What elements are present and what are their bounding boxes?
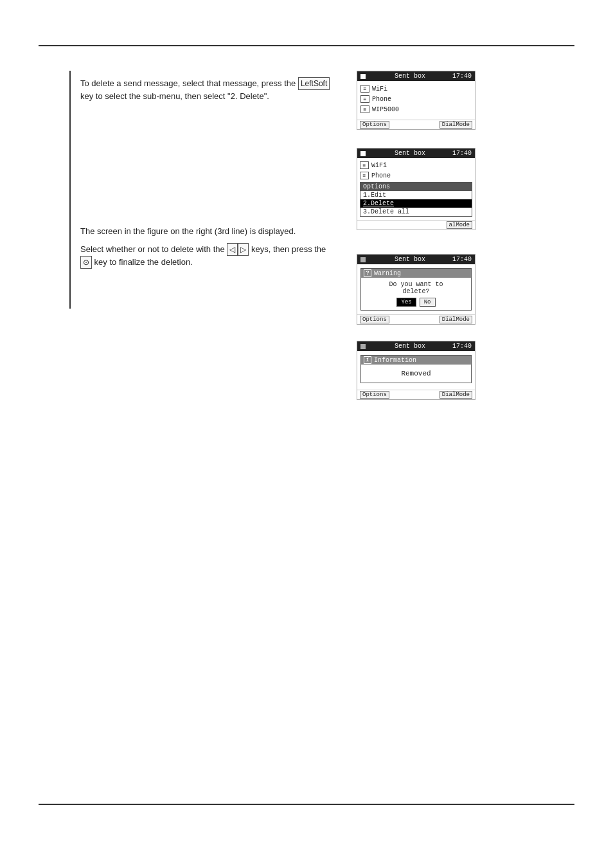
warning-box: ? Warning Do you want to delete? Yes No [360,268,472,311]
dropdown-item-edit[interactable]: 1.Edit [360,191,472,199]
screen4-dialmode-btn[interactable]: DialMode [440,391,472,399]
instruction-text-1: To delete a send message, select that me… [80,78,330,101]
top-horizontal-rule [39,45,574,46]
left-arrow-key: ◁ [227,243,238,256]
screen1-time: 17:40 [452,73,472,80]
s2-wifi-icon: ≡ [360,161,369,169]
screen2-body: ≡ WiFi ≡ Phone Options 1.Edit 2.Delete 3… [357,158,475,220]
screen3-header: Sent box 17:40 [357,255,475,264]
screen3-options-btn[interactable]: Options [360,316,389,323]
screen4-title: Sent box [395,343,425,350]
screen1-title: Sent box [395,73,425,80]
screen-2: Sent box 17:40 ≡ WiFi ≡ Phone Options 1.… [357,148,475,230]
warning-header: ? Warning [361,269,471,278]
ok-key: ⊙ [80,256,92,269]
instruction-text-3: Select whether or not to delete with the… [80,243,337,269]
screen1-item-phone: ≡ Phone [360,94,472,104]
screen-1: Sent box 17:40 ≡ WiFi ≡ Phone ≡ WIP5000 … [357,71,475,130]
dropdown-header: Options [360,183,472,191]
yes-no-row: Yes No [364,298,468,307]
screen2-item-phone: ≡ Phone [360,170,472,181]
screen1-options-btn[interactable]: Options [360,121,389,129]
info-title: Information [374,357,416,364]
info-header: i Information [361,356,471,365]
screen4-options-btn[interactable]: Options [360,391,389,399]
screen2-time: 17:40 [452,150,472,157]
screen2-dialmode-btn[interactable]: alMode [447,221,472,229]
screen4-body: i Information Removed [357,351,475,390]
screen3-dialmode-btn[interactable]: DialMode [440,316,472,323]
screen1-footer: Options DialMode [357,120,475,129]
warning-question-icon: ? [364,269,371,277]
screen2-dot [360,151,366,156]
no-button[interactable]: No [420,298,436,307]
screen2-dropdown: Options 1.Edit 2.Delete 3.Delete all [360,182,472,217]
screen3-footer: Options DialMode [357,314,475,324]
phone-icon: ≡ [360,95,369,103]
screen1-item-wip5000: ≡ WIP5000 [360,104,472,114]
warning-title: Warning [374,270,401,277]
warning-body: Do you want to delete? Yes No [361,278,471,310]
instruction-block-1: To delete a send message, select that me… [80,77,331,103]
s2-phone-icon: ≡ [360,172,369,179]
screen2-footer: alMode [357,220,475,230]
screen3-title: Sent box [395,256,425,263]
instruction-text-2: The screen in the figure on the right (3… [80,225,337,238]
dropdown-item-delete[interactable]: 2.Delete [360,199,472,208]
dropdown-item-delete-all[interactable]: 3.Delete all [360,208,472,216]
screen3-time: 17:40 [452,256,472,263]
screen-4: Sent box 17:40 i Information Removed Opt… [357,341,475,400]
screen3-body: ? Warning Do you want to delete? Yes No [357,264,475,314]
screen4-dot [360,344,366,349]
screen3-dot [360,257,366,262]
wip5000-icon: ≡ [360,105,369,113]
wifi-icon: ≡ [360,85,369,93]
yes-button[interactable]: Yes [396,298,416,307]
bottom-horizontal-rule [39,804,574,805]
screen2-title: Sent box [395,150,425,157]
screen1-item-wifi: ≡ WiFi [360,84,472,94]
screen2-header: Sent box 17:40 [357,149,475,158]
info-box: i Information Removed [360,355,472,383]
screen4-header: Sent box 17:40 [357,341,475,351]
screen4-footer: Options DialMode [357,390,475,399]
right-arrow-key: ▷ [238,243,249,256]
screen1-dot [360,74,366,79]
info-body-text: Removed [361,365,471,383]
screen1-dialmode-btn[interactable]: DialMode [440,121,472,129]
screen-3: Sent box 17:40 ? Warning Do you want to … [357,254,475,325]
left-vertical-rule [69,71,71,309]
screen1-body: ≡ WiFi ≡ Phone ≡ WIP5000 [357,81,475,120]
screen2-item-wifi: ≡ WiFi [360,160,472,170]
screen1-header: Sent box 17:40 [357,71,475,81]
leftsoft-key: LeftSoft [298,77,330,90]
instruction-block-2: The screen in the figure on the right (3… [80,225,337,269]
screen4-time: 17:40 [452,343,472,350]
info-i-icon: i [364,356,371,364]
